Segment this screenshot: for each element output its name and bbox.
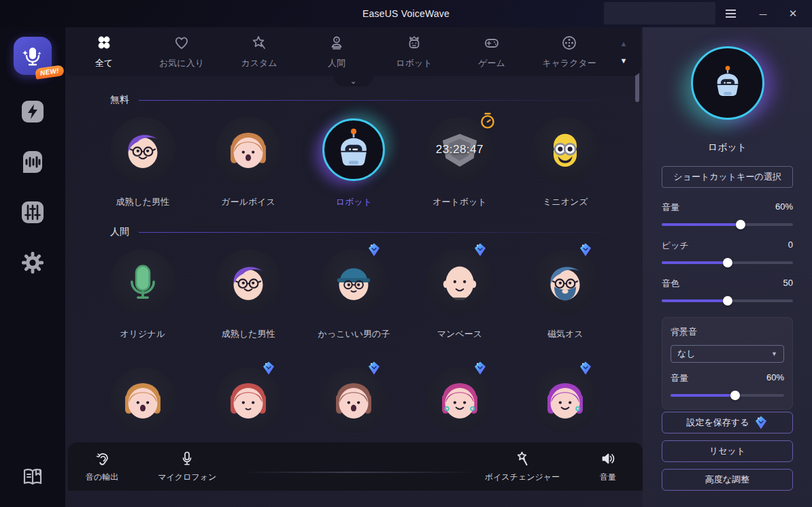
sidebar-item-settings-gear[interactable] (0, 226, 65, 276)
slider-label: 音量 (662, 201, 679, 214)
slider-thumb[interactable] (723, 258, 732, 267)
tab-カスタム[interactable]: カスタム (220, 27, 298, 76)
voice-grid: オリジナル成熟した男性かっこいい男の子マンベース磁気オス (65, 248, 643, 446)
voice-card-オリジナル[interactable]: オリジナル (90, 248, 195, 340)
gem-icon (473, 361, 487, 376)
voice-card-かっこいい男の子[interactable]: かっこいい男の子 (301, 248, 407, 340)
girl-magenta-hair-icon (430, 371, 489, 429)
section-title: 無料 (110, 94, 129, 106)
minion-icon (536, 120, 594, 179)
background-sound-label: 背景音 (671, 326, 784, 338)
main-area: 全てお気に入りカスタム人間ロボットゲームキャラクター ▲ ▼ ⌄ 無料成熟した男… (65, 27, 643, 507)
chevron-down-icon: ⌄ (350, 76, 356, 86)
triangle-down-icon[interactable]: ▼ (620, 56, 628, 65)
tab-ロボット[interactable]: ロボット (375, 27, 453, 76)
sidebar-item-mixer[interactable] (0, 176, 65, 226)
robot-icon (324, 120, 383, 179)
button-設定を保存する[interactable]: 設定を保存する (662, 412, 793, 434)
tab-scroll-arrows: ▲ ▼ (608, 39, 639, 65)
device-bar-right: ボイスチェンジャー音量 (485, 450, 617, 483)
slider-track[interactable] (662, 261, 793, 264)
tab-label: キャラクター (542, 57, 596, 69)
minimize-icon[interactable]: ─ (749, 0, 777, 27)
voice-card[interactable] (513, 366, 618, 446)
speaker-icon (599, 450, 617, 468)
slider-thumb[interactable] (730, 391, 740, 400)
slider-label: 音量 (671, 372, 688, 385)
device-label: ボイスチェンジャー (485, 472, 560, 483)
person-icon (328, 34, 345, 52)
device-microphone[interactable]: マイクロフォン (158, 450, 216, 483)
slider-label: ピッチ (662, 240, 689, 252)
hamburger-menu-icon[interactable] (717, 0, 744, 27)
background-sound-dropdown[interactable]: なし ▼ (671, 345, 784, 363)
microphone-green-icon (114, 252, 172, 311)
tab-label: 全て (95, 57, 113, 69)
triangle-up-icon[interactable]: ▲ (620, 39, 628, 48)
tab-ゲーム[interactable]: ゲーム (453, 27, 530, 76)
device-bar-divider (241, 472, 479, 473)
voice-name: 磁気オス (547, 328, 583, 340)
section-title: 人間 (110, 226, 129, 238)
tab-全て[interactable]: 全て (65, 27, 143, 76)
voice-card-ミニオンズ[interactable]: ミニオンズ (513, 116, 618, 208)
device-ear[interactable]: 音の輸出 (86, 450, 118, 483)
timer-icon (479, 112, 496, 131)
voice-card-成熟した男性[interactable]: 成熟した男性 (90, 116, 195, 208)
background-sound-box: 背景音 なし ▼ 音量60% (662, 317, 793, 410)
voicewave-app: EaseUS VoiceWave ─ ✕ NEW! 全てお気に入りカスタム人間ロ… (0, 0, 812, 507)
close-icon[interactable]: ✕ (779, 0, 807, 27)
device-bar-left: 音の輸出マイクロフォン (86, 450, 216, 483)
tab-人間[interactable]: 人間 (298, 27, 375, 76)
slider-track[interactable] (662, 299, 793, 302)
girl-red-hair-icon (219, 371, 277, 429)
voice-card[interactable] (301, 366, 407, 446)
sidebar-item-guide-book[interactable] (0, 463, 65, 491)
slider-track[interactable] (671, 394, 784, 397)
film-reel-icon (560, 34, 578, 52)
slider-ピッチ: ピッチ0 (662, 240, 793, 264)
microphone-icon (178, 450, 196, 468)
voice-card-ガールボイス[interactable]: ガールボイス (195, 116, 301, 208)
voice-card-磁気オス[interactable]: 磁気オス (513, 248, 618, 340)
settings-gear-icon (19, 249, 46, 276)
button-リセット[interactable]: リセット (662, 440, 793, 462)
voice-name: ミニオンズ (543, 196, 588, 208)
category-tabbar: 全てお気に入りカスタム人間ロボットゲームキャラクター ▲ ▼ ⌄ (65, 27, 641, 76)
voice-card[interactable] (90, 366, 195, 446)
star-pencil-icon (250, 34, 268, 52)
tab-label: ゲーム (478, 57, 505, 69)
device-label: マイクロフォン (158, 472, 216, 483)
slider-value: 60% (775, 201, 793, 214)
voice-memo-icon (19, 148, 46, 176)
sidebar-item-lightning[interactable]: NEW! (0, 75, 65, 125)
voice-card[interactable] (195, 366, 301, 446)
device-bar: 音の輸出マイクロフォン ボイスチェンジャー音量 (68, 442, 643, 491)
gem-icon (262, 361, 275, 376)
selected-voice-avatar (691, 46, 764, 120)
voice-card-オートボット[interactable]: 23:28:47オートボット (407, 116, 512, 208)
device-label: 音量 (600, 472, 616, 483)
tab-お気に入り[interactable]: お気に入り (143, 27, 220, 76)
device-label: 音の輸出 (86, 472, 118, 483)
heart-icon (173, 34, 190, 52)
slider-thumb[interactable] (723, 296, 732, 306)
voice-card-マンベース[interactable]: マンベース (407, 248, 512, 340)
tabbar-collapse-button[interactable]: ⌄ (334, 76, 373, 86)
button-label: リセット (709, 445, 745, 457)
device-speaker[interactable]: 音量 (599, 450, 617, 483)
button-高度な調整[interactable]: 高度な調整 (662, 469, 793, 491)
selected-voice-name: ロボット (662, 142, 793, 154)
slider-thumb[interactable] (736, 220, 745, 229)
voice-card-ロボット[interactable]: ロボット (301, 116, 407, 208)
device-magic-wand[interactable]: ボイスチェンジャー (485, 450, 560, 483)
shortcut-key-button[interactable]: ショートカットキーの選択 (662, 166, 793, 188)
sidebar-item-voice-memo[interactable] (0, 125, 65, 176)
tab-キャラクター[interactable]: キャラクター (530, 27, 608, 76)
tab-label: カスタム (241, 57, 277, 69)
voice-card-成熟した男性[interactable]: 成熟した男性 (195, 248, 301, 340)
scrollbar-thumb[interactable] (635, 72, 639, 102)
slider-track[interactable] (662, 223, 793, 226)
voice-card[interactable] (407, 366, 512, 446)
girl-brown-hair-icon (219, 120, 277, 179)
